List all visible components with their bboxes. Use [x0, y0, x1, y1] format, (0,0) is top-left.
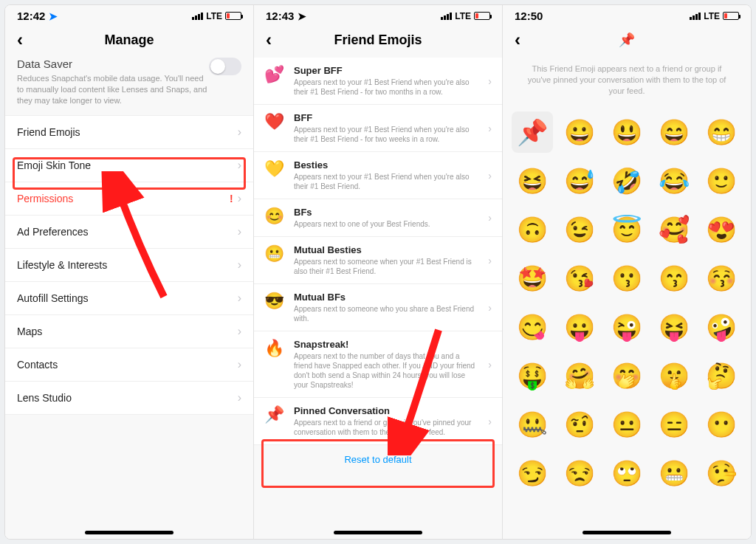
settings-row-label: Ad Preferences [17, 226, 89, 238]
friend-emoji-icon: 💕 [263, 65, 285, 84]
emoji-option[interactable]: 😄 [653, 111, 695, 153]
status-bar: 12:50 LTE [503, 5, 751, 24]
settings-row[interactable]: Contacts› [5, 348, 253, 381]
network-label: LTE [455, 11, 471, 21]
emoji-option[interactable]: 🤑 [512, 355, 553, 396]
settings-row[interactable]: Friend Emojis› [5, 115, 253, 148]
emoji-option[interactable]: 🥰 [653, 209, 695, 250]
emoji-option[interactable]: 😬 [653, 452, 695, 494]
data-saver-toggle[interactable] [209, 58, 241, 75]
chevron-right-icon: › [488, 170, 492, 182]
emoji-option[interactable]: 😋 [512, 306, 553, 348]
emoji-option[interactable]: 😐 [606, 404, 647, 445]
emoji-option[interactable]: 😙 [653, 258, 695, 299]
nav-header: ‹ Manage [5, 24, 253, 58]
settings-row[interactable]: Emoji Skin Tone› [5, 148, 253, 182]
settings-row-label: Emoji Skin Tone [17, 159, 91, 171]
emoji-option[interactable]: 😀 [559, 111, 600, 153]
friend-emoji-icon: 😎 [263, 292, 285, 311]
battery-icon [723, 12, 739, 20]
friend-emoji-desc: Appears next to a friend or group if you… [294, 418, 479, 437]
settings-row[interactable]: Lifestyle & Interests› [5, 248, 253, 281]
friend-emoji-row[interactable]: 💛BestiesAppears next to your #1 Best Fri… [254, 152, 502, 199]
emoji-option[interactable]: 🤥 [701, 452, 742, 494]
nav-header: ‹ 📌 [503, 24, 751, 58]
emoji-option[interactable]: 🤪 [701, 306, 742, 348]
friend-emoji-title: Pinned Conversation [294, 405, 479, 416]
warning-icon: ! [230, 193, 233, 204]
settings-row-label: Lens Studio [17, 392, 72, 404]
emoji-option[interactable]: 😗 [606, 258, 647, 299]
data-saver-desc: Reduces Snapchat's mobile data usage. Yo… [17, 73, 209, 106]
emoji-option[interactable]: 📌 [512, 111, 553, 153]
emoji-option[interactable]: 🙄 [606, 452, 647, 494]
friend-emoji-row[interactable]: 😬Mutual BestiesAppears next to someone w… [254, 237, 502, 284]
settings-row[interactable]: Permissions!› [5, 182, 253, 215]
friend-emoji-list: 💕Super BFFAppears next to your #1 Best F… [254, 58, 502, 539]
emoji-option[interactable]: 😍 [701, 209, 742, 250]
emoji-option[interactable]: 😛 [559, 306, 600, 348]
friend-emoji-row[interactable]: ❤️BFFAppears next to your #1 Best Friend… [254, 105, 502, 152]
network-label: LTE [206, 11, 222, 21]
chevron-right-icon: › [488, 212, 492, 224]
friend-emoji-icon: 🔥 [263, 339, 285, 358]
emoji-option[interactable]: 🤭 [606, 355, 647, 396]
settings-row[interactable]: Maps› [5, 314, 253, 348]
emoji-option[interactable]: 😏 [512, 452, 553, 494]
emoji-option[interactable]: 😆 [512, 160, 553, 202]
friend-emoji-title: BFF [294, 112, 479, 123]
emoji-option[interactable]: 😶 [701, 404, 742, 445]
friend-emoji-desc: Appears next to your #1 Best Friend when… [294, 125, 479, 144]
reset-to-default-button[interactable]: Reset to default [254, 445, 502, 474]
friend-emoji-row[interactable]: 📌Pinned ConversationAppears next to a fr… [254, 398, 502, 445]
emoji-option[interactable]: 🤔 [701, 355, 742, 396]
friend-emoji-title: Besties [294, 159, 479, 171]
emoji-option[interactable]: 🤐 [512, 404, 553, 445]
emoji-option[interactable]: 😜 [606, 306, 647, 348]
emoji-option[interactable]: 🤩 [512, 258, 553, 299]
emoji-option[interactable]: 😃 [606, 111, 647, 153]
page-title: Manage [5, 32, 253, 48]
emoji-option[interactable]: 🤗 [559, 355, 600, 396]
friend-emoji-row[interactable]: 💕Super BFFAppears next to your #1 Best F… [254, 58, 502, 105]
signal-icon [192, 13, 203, 20]
emoji-option[interactable]: 😅 [559, 160, 600, 202]
settings-row[interactable]: Lens Studio› [5, 381, 253, 415]
emoji-option[interactable]: 🙃 [512, 209, 553, 250]
emoji-option[interactable]: 😂 [653, 160, 695, 202]
page-title-emoji: 📌 [503, 32, 751, 48]
location-icon: ➤ [49, 10, 58, 22]
friend-emoji-desc: Appears next to the number of days that … [294, 351, 479, 390]
status-bar: 12:43 ➤ LTE [254, 5, 502, 24]
settings-row[interactable]: Autofill Settings› [5, 281, 253, 314]
emoji-option[interactable]: 🤨 [559, 404, 600, 445]
emoji-option[interactable]: 😇 [606, 209, 647, 250]
emoji-option[interactable]: 😁 [701, 111, 742, 153]
settings-row[interactable]: Ad Preferences› [5, 215, 253, 248]
emoji-option[interactable]: 🤫 [653, 355, 695, 396]
chevron-right-icon: › [238, 391, 241, 404]
chevron-right-icon: › [238, 258, 241, 272]
friend-emoji-title: Mutual BFs [294, 292, 479, 303]
emoji-option[interactable]: 😑 [653, 404, 695, 445]
chevron-right-icon: › [238, 192, 241, 205]
settings-list: Friend Emojis›Emoji Skin Tone›Permission… [5, 115, 253, 415]
friend-emoji-row[interactable]: 😎Mutual BFsAppears next to someone who y… [254, 284, 502, 331]
friend-emoji-desc: Appears next to someone who you share a … [294, 304, 479, 323]
emoji-option[interactable]: 😝 [653, 306, 695, 348]
friend-emoji-desc: Appears next to someone when your #1 Bes… [294, 257, 479, 276]
location-icon: ➤ [298, 10, 306, 22]
chevron-right-icon: › [488, 302, 492, 314]
emoji-option[interactable]: 🤣 [606, 160, 647, 202]
friend-emoji-row[interactable]: 🔥Snapstreak!Appears next to the number o… [254, 331, 502, 398]
emoji-option[interactable]: 😒 [559, 452, 600, 494]
signal-icon [441, 13, 452, 20]
network-label: LTE [704, 11, 720, 21]
signal-icon [690, 13, 701, 20]
chevron-right-icon: › [488, 359, 492, 371]
emoji-option[interactable]: 🙂 [701, 160, 742, 202]
friend-emoji-row[interactable]: 😊BFsAppears next to one of your Best Fri… [254, 199, 502, 237]
emoji-option[interactable]: 😚 [701, 258, 742, 299]
emoji-option[interactable]: 😘 [559, 258, 600, 299]
emoji-option[interactable]: 😉 [559, 209, 600, 250]
